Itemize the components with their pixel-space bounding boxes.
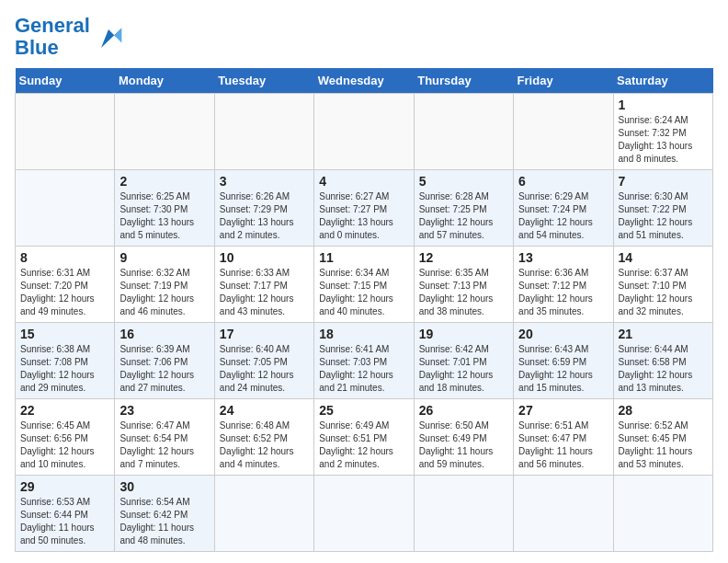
logo-blue: Blue (15, 36, 59, 59)
day-cell-26: 26Sunrise: 6:50 AMSunset: 6:49 PMDayligh… (414, 399, 513, 476)
day-info: Sunrise: 6:32 AMSunset: 7:19 PMDaylight:… (119, 268, 194, 316)
day-info: Sunrise: 6:43 AMSunset: 6:59 PMDaylight:… (518, 344, 593, 393)
day-cell-7: 7Sunrise: 6:30 AMSunset: 7:22 PMDaylight… (613, 170, 712, 247)
day-info: Sunrise: 6:30 AMSunset: 7:22 PMDaylight:… (619, 191, 693, 240)
day-number: 22 (20, 403, 109, 418)
week-row-1: 1Sunrise: 6:24 AMSunset: 7:32 PMDaylight… (16, 94, 713, 170)
day-number: 9 (119, 250, 209, 265)
weekday-header-saturday: Saturday (613, 68, 712, 94)
day-cell-9: 9Sunrise: 6:32 AMSunset: 7:19 PMDaylight… (115, 247, 214, 323)
day-cell-18: 18Sunrise: 6:41 AMSunset: 7:03 PMDayligh… (314, 323, 414, 399)
day-cell-27: 27Sunrise: 6:51 AMSunset: 6:47 PMDayligh… (514, 399, 613, 476)
day-number: 20 (518, 327, 608, 341)
day-cell-6: 6Sunrise: 6:29 AMSunset: 7:24 PMDaylight… (514, 170, 613, 247)
weekday-header-friday: Friday (514, 68, 613, 94)
day-info: Sunrise: 6:36 AMSunset: 7:12 PMDaylight:… (518, 268, 593, 316)
day-info: Sunrise: 6:40 AMSunset: 7:05 PMDaylight:… (220, 344, 294, 393)
empty-cell (514, 94, 613, 170)
day-cell-15: 15Sunrise: 6:38 AMSunset: 7:08 PMDayligh… (16, 323, 115, 399)
day-cell-5: 5Sunrise: 6:28 AMSunset: 7:25 PMDaylight… (414, 170, 513, 247)
week-row-4: 15Sunrise: 6:38 AMSunset: 7:08 PMDayligh… (16, 323, 713, 399)
day-info: Sunrise: 6:47 AMSunset: 6:54 PMDaylight:… (119, 420, 194, 469)
day-cell-21: 21Sunrise: 6:44 AMSunset: 6:58 PMDayligh… (613, 323, 712, 399)
day-number: 30 (119, 479, 209, 494)
day-info: Sunrise: 6:37 AMSunset: 7:10 PMDaylight:… (619, 268, 693, 316)
day-number: 21 (619, 327, 708, 341)
weekday-header-wednesday: Wednesday (314, 68, 414, 94)
day-info: Sunrise: 6:48 AMSunset: 6:52 PMDaylight:… (220, 420, 294, 469)
day-info: Sunrise: 6:29 AMSunset: 7:24 PMDaylight:… (518, 191, 593, 240)
day-number: 11 (319, 250, 408, 265)
day-number: 24 (220, 403, 309, 418)
day-number: 8 (20, 250, 109, 265)
day-number: 16 (119, 327, 209, 341)
day-cell-11: 11Sunrise: 6:34 AMSunset: 7:15 PMDayligh… (314, 247, 414, 323)
day-number: 23 (119, 403, 209, 418)
day-number: 6 (518, 174, 608, 189)
logo: General Blue (15, 15, 123, 59)
weekday-header-thursday: Thursday (414, 68, 513, 94)
day-info: Sunrise: 6:28 AMSunset: 7:25 PMDaylight:… (419, 191, 494, 240)
day-info: Sunrise: 6:27 AMSunset: 7:27 PMDaylight:… (319, 191, 393, 240)
day-number: 27 (518, 403, 608, 418)
empty-cell (414, 476, 513, 552)
day-cell-14: 14Sunrise: 6:37 AMSunset: 7:10 PMDayligh… (613, 247, 712, 323)
day-number: 10 (220, 250, 309, 265)
calendar-table: SundayMondayTuesdayWednesdayThursdayFrid… (15, 68, 713, 552)
logo-icon (94, 22, 123, 52)
day-info: Sunrise: 6:42 AMSunset: 7:01 PMDaylight:… (419, 344, 494, 393)
day-cell-16: 16Sunrise: 6:39 AMSunset: 7:06 PMDayligh… (115, 323, 214, 399)
day-info: Sunrise: 6:25 AMSunset: 7:30 PMDaylight:… (119, 191, 194, 240)
day-number: 26 (419, 403, 508, 418)
week-row-6: 29Sunrise: 6:53 AMSunset: 6:44 PMDayligh… (16, 476, 713, 552)
weekday-header-row: SundayMondayTuesdayWednesdayThursdayFrid… (16, 68, 713, 94)
empty-cell (214, 476, 313, 552)
day-cell-12: 12Sunrise: 6:35 AMSunset: 7:13 PMDayligh… (414, 247, 513, 323)
day-number: 17 (220, 327, 309, 341)
day-cell-24: 24Sunrise: 6:48 AMSunset: 6:52 PMDayligh… (214, 399, 313, 476)
weekday-header-tuesday: Tuesday (214, 68, 313, 94)
day-cell-23: 23Sunrise: 6:47 AMSunset: 6:54 PMDayligh… (115, 399, 214, 476)
day-info: Sunrise: 6:52 AMSunset: 6:45 PMDaylight:… (619, 420, 693, 469)
logo-general: General (15, 14, 90, 37)
day-cell-29: 29Sunrise: 6:53 AMSunset: 6:44 PMDayligh… (16, 476, 115, 552)
day-info: Sunrise: 6:45 AMSunset: 6:56 PMDaylight:… (20, 420, 95, 469)
day-number: 2 (119, 174, 209, 189)
day-info: Sunrise: 6:50 AMSunset: 6:49 PMDaylight:… (419, 420, 494, 469)
day-cell-22: 22Sunrise: 6:45 AMSunset: 6:56 PMDayligh… (16, 399, 115, 476)
svg-marker-1 (114, 29, 121, 43)
day-cell-3: 3Sunrise: 6:26 AMSunset: 7:29 PMDaylight… (214, 170, 313, 247)
day-cell-13: 13Sunrise: 6:36 AMSunset: 7:12 PMDayligh… (514, 247, 613, 323)
day-number: 13 (518, 250, 608, 265)
empty-cell (115, 94, 214, 170)
day-info: Sunrise: 6:49 AMSunset: 6:51 PMDaylight:… (319, 420, 393, 469)
week-row-3: 8Sunrise: 6:31 AMSunset: 7:20 PMDaylight… (16, 247, 713, 323)
day-cell-25: 25Sunrise: 6:49 AMSunset: 6:51 PMDayligh… (314, 399, 414, 476)
day-number: 12 (419, 250, 508, 265)
empty-cell (613, 476, 712, 552)
day-cell-17: 17Sunrise: 6:40 AMSunset: 7:05 PMDayligh… (214, 323, 313, 399)
day-info: Sunrise: 6:44 AMSunset: 6:58 PMDaylight:… (619, 344, 693, 393)
day-info: Sunrise: 6:41 AMSunset: 7:03 PMDaylight:… (319, 344, 393, 393)
day-cell-20: 20Sunrise: 6:43 AMSunset: 6:59 PMDayligh… (514, 323, 613, 399)
day-cell-19: 19Sunrise: 6:42 AMSunset: 7:01 PMDayligh… (414, 323, 513, 399)
empty-cell (314, 94, 414, 170)
week-row-5: 22Sunrise: 6:45 AMSunset: 6:56 PMDayligh… (16, 399, 713, 476)
day-cell-4: 4Sunrise: 6:27 AMSunset: 7:27 PMDaylight… (314, 170, 414, 247)
day-number: 18 (319, 327, 408, 341)
empty-cell (314, 476, 414, 552)
day-info: Sunrise: 6:33 AMSunset: 7:17 PMDaylight:… (220, 268, 294, 316)
day-cell-2: 2Sunrise: 6:25 AMSunset: 7:30 PMDaylight… (115, 170, 214, 247)
day-cell-30: 30Sunrise: 6:54 AMSunset: 6:42 PMDayligh… (115, 476, 214, 552)
day-info: Sunrise: 6:54 AMSunset: 6:42 PMDaylight:… (119, 497, 194, 546)
day-info: Sunrise: 6:26 AMSunset: 7:29 PMDaylight:… (220, 191, 294, 240)
day-cell-8: 8Sunrise: 6:31 AMSunset: 7:20 PMDaylight… (16, 247, 115, 323)
day-cell-28: 28Sunrise: 6:52 AMSunset: 6:45 PMDayligh… (613, 399, 712, 476)
empty-cell (16, 94, 115, 170)
day-number: 15 (20, 327, 109, 341)
day-cell-1: 1Sunrise: 6:24 AMSunset: 7:32 PMDaylight… (613, 94, 712, 170)
empty-cell (514, 476, 613, 552)
day-info: Sunrise: 6:53 AMSunset: 6:44 PMDaylight:… (20, 497, 95, 546)
empty-cell (414, 94, 513, 170)
day-cell-10: 10Sunrise: 6:33 AMSunset: 7:17 PMDayligh… (214, 247, 313, 323)
